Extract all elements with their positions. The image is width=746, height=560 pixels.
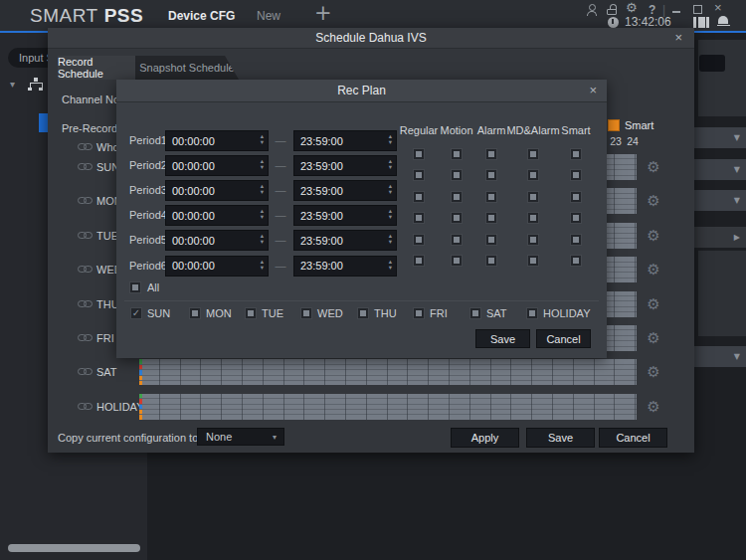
rec-type-checkbox[interactable] [570, 169, 582, 181]
spinner-down-icon[interactable]: ▾ [389, 139, 392, 145]
rec-type-checkbox[interactable] [413, 234, 425, 246]
right-dropdown-1[interactable]: ▼ [694, 127, 746, 148]
rec-type-checkbox[interactable] [570, 191, 582, 203]
time-input[interactable]: 00:00:00▴▾ [165, 256, 269, 277]
gear-icon[interactable]: ⚙ [645, 192, 662, 210]
day-checkbox[interactable] [245, 307, 257, 319]
spinner-control[interactable]: ▴▾ [261, 158, 264, 170]
day-checkbox[interactable] [189, 307, 201, 319]
rec-type-checkbox[interactable] [413, 255, 425, 267]
time-input[interactable]: 00:00:00▴▾ [165, 230, 269, 251]
modal-cancel-button[interactable]: Cancel [536, 329, 591, 348]
rec-type-checkbox[interactable] [485, 191, 497, 203]
rec-type-checkbox[interactable] [485, 234, 497, 246]
right-panel-button[interactable] [699, 55, 725, 72]
spinner-down-icon[interactable]: ▾ [261, 164, 264, 170]
copy-target-dropdown[interactable]: None ▾ [197, 428, 284, 446]
rec-type-checkbox[interactable] [451, 255, 463, 267]
time-input[interactable]: 00:00:00▴▾ [165, 155, 269, 176]
gear-icon[interactable]: ⚙ [645, 158, 662, 176]
right-dropdown-4[interactable]: ▼ [694, 346, 746, 367]
gear-icon[interactable]: ⚙ [645, 363, 662, 381]
day-checkbox[interactable] [300, 307, 312, 319]
apply-button[interactable]: Apply [451, 428, 519, 448]
spinner-down-icon[interactable]: ▾ [261, 239, 264, 245]
rec-type-checkbox[interactable] [527, 169, 539, 181]
spinner-down-icon[interactable]: ▾ [389, 164, 392, 170]
modal-save-button[interactable]: Save [475, 329, 530, 348]
rec-type-checkbox[interactable] [413, 212, 425, 224]
spinner-control[interactable]: ▴▾ [261, 133, 264, 145]
smart-type-checkbox[interactable] [608, 119, 620, 131]
gear-icon[interactable]: ⚙ [645, 227, 662, 245]
tab-device-cfg[interactable]: Device CFG [168, 9, 235, 23]
spinner-control[interactable]: ▴▾ [389, 208, 392, 220]
device-tree-icon[interactable] [28, 78, 43, 91]
time-input[interactable]: 23:59:00▴▾ [293, 256, 397, 277]
dialog-close-icon[interactable]: × [674, 30, 682, 45]
lock-icon[interactable] [607, 4, 619, 16]
right-expand-row[interactable]: ▶ [694, 227, 746, 248]
right-dropdown-2[interactable]: ▼ [694, 159, 746, 180]
timeline-bar[interactable] [139, 359, 637, 385]
rec-type-checkbox[interactable] [451, 191, 463, 203]
gear-icon[interactable]: ⚙ [645, 261, 662, 279]
spinner-down-icon[interactable]: ▾ [261, 214, 264, 220]
rec-type-checkbox[interactable] [527, 255, 539, 267]
spinner-down-icon[interactable]: ▾ [389, 239, 392, 245]
user-icon[interactable] [586, 4, 598, 16]
alarm-bell-icon[interactable] [718, 16, 728, 24]
day-checkbox[interactable] [413, 307, 425, 319]
rec-type-checkbox[interactable] [485, 169, 497, 181]
right-dropdown-3[interactable]: ▼ [694, 190, 746, 211]
spinner-control[interactable]: ▴▾ [389, 133, 392, 145]
link-icon[interactable] [78, 300, 93, 307]
spinner-control[interactable]: ▴▾ [389, 233, 392, 245]
tab-record-schedule[interactable]: Record Schedule [58, 56, 135, 80]
time-input[interactable]: 23:59:00▴▾ [293, 230, 397, 251]
timeline-bar[interactable] [139, 394, 637, 420]
spinner-down-icon[interactable]: ▾ [389, 214, 392, 220]
maximize-button[interactable] [693, 5, 702, 14]
rec-type-checkbox[interactable] [527, 148, 539, 160]
minimize-button[interactable] [672, 11, 680, 13]
tree-selected-indicator[interactable] [39, 113, 48, 132]
spinner-down-icon[interactable]: ▾ [261, 265, 264, 271]
time-input[interactable]: 23:59:00▴▾ [293, 180, 397, 201]
modal-close-icon[interactable]: × [589, 83, 597, 97]
all-checkbox[interactable] [129, 281, 141, 293]
spinner-control[interactable]: ▴▾ [261, 208, 264, 220]
rec-type-checkbox[interactable] [485, 255, 497, 267]
gear-icon[interactable]: ⚙ [645, 329, 662, 347]
cancel-button[interactable]: Cancel [599, 428, 667, 448]
spinner-control[interactable]: ▴▾ [261, 233, 264, 245]
spinner-down-icon[interactable]: ▾ [261, 189, 264, 195]
time-input[interactable]: 00:00:00▴▾ [165, 130, 269, 151]
spinner-control[interactable]: ▴▾ [389, 158, 392, 170]
close-window-button[interactable]: × [714, 2, 722, 14]
link-icon[interactable] [78, 368, 93, 375]
tab-snapshot-schedule[interactable]: Snapshot Schedule [135, 56, 239, 80]
rec-type-checkbox[interactable] [570, 148, 582, 160]
link-icon[interactable] [78, 163, 93, 170]
rec-type-checkbox[interactable] [485, 212, 497, 224]
gear-icon[interactable]: ⚙ [645, 398, 662, 416]
spinner-down-icon[interactable]: ▾ [389, 189, 392, 195]
settings-gear-icon[interactable]: ⚙ [626, 2, 638, 14]
rec-type-checkbox[interactable] [451, 169, 463, 181]
spinner-control[interactable]: ▴▾ [261, 259, 264, 271]
day-checkbox[interactable]: ✓ [130, 307, 142, 319]
time-input[interactable]: 23:59:00▴▾ [293, 130, 397, 151]
time-input[interactable]: 00:00:00▴▾ [165, 205, 269, 226]
horizontal-scrollbar[interactable] [8, 544, 140, 552]
rec-type-checkbox[interactable] [485, 148, 497, 160]
tab-new[interactable]: New [257, 9, 280, 23]
rec-type-checkbox[interactable] [451, 234, 463, 246]
link-icon[interactable] [78, 197, 93, 204]
link-icon[interactable] [78, 334, 93, 341]
spinner-control[interactable]: ▴▾ [261, 183, 264, 195]
rec-type-checkbox[interactable] [413, 169, 425, 181]
link-icon[interactable] [78, 143, 93, 150]
rec-type-checkbox[interactable] [413, 148, 425, 160]
rec-type-checkbox[interactable] [527, 212, 539, 224]
